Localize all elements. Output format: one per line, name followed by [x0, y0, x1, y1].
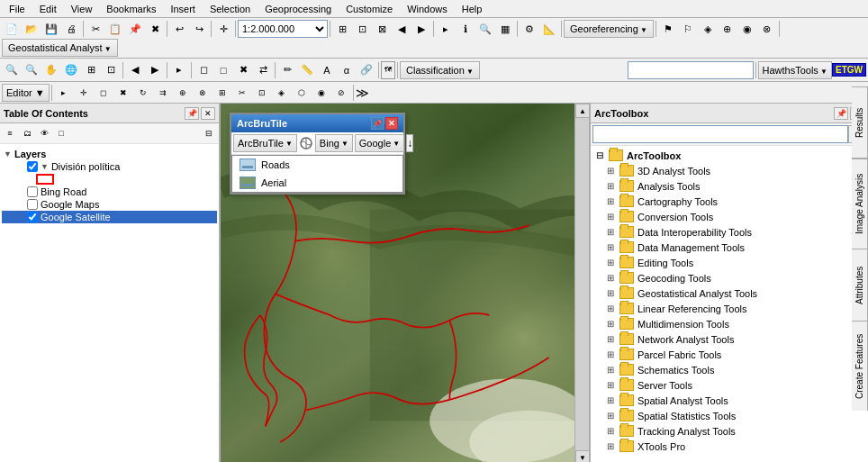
open-btn[interactable]: 📂 [22, 19, 41, 39]
toolD-btn[interactable]: ⊕ [718, 19, 737, 39]
cut-btn[interactable]: ✂ [86, 19, 105, 39]
map-area[interactable]: ArcBruTile 📌 ✕ ArcBruTile Bing Google ↓ [221, 104, 589, 462]
toc-item-google-satellite[interactable]: Google Satellite [2, 211, 217, 223]
select2-btn[interactable]: □ [213, 60, 233, 80]
edit-tool14[interactable]: ◉ [312, 83, 331, 103]
extent-btn[interactable]: ⊞ [81, 60, 101, 80]
menu-insert[interactable]: Insert [163, 2, 203, 16]
toc-group-layers-header[interactable]: ▼ Layers [2, 148, 217, 160]
menu-selection[interactable]: Selection [203, 2, 258, 16]
edit-tool15[interactable]: ⊘ [331, 83, 351, 103]
identify-btn[interactable]: ▸ [169, 60, 189, 80]
menu-geoprocessing[interactable]: Geoprocessing [258, 2, 339, 16]
at-item-interop[interactable]: ⊞ Data Interoperability Tools [592, 224, 866, 240]
at-item-datamgmt[interactable]: ⊞ Data Management Tools [592, 240, 866, 255]
redo-btn[interactable]: ↪ [189, 19, 209, 39]
scroll-right-btn[interactable]: ▶ [145, 60, 165, 80]
toc-item-division[interactable]: ▼ División política [2, 160, 217, 173]
move-btn[interactable]: ✛ [213, 19, 233, 39]
label-btn[interactable]: A [317, 60, 337, 80]
at-item-schematics[interactable]: ⊞ Schematics Tools [592, 362, 866, 377]
at-item-spatial-stats[interactable]: ⊞ Spatial Statistics Tools [592, 408, 866, 423]
edit-tool8[interactable]: ⊗ [193, 83, 212, 103]
at-pin-btn[interactable]: 📌 [834, 107, 848, 120]
aerial-menu-item[interactable]: Aerial [232, 174, 402, 192]
at-item-network[interactable]: ⊞ Network Analyst Tools [592, 331, 866, 347]
edit-tool11[interactable]: ⊡ [252, 83, 272, 103]
toc-item-google-maps[interactable]: Google Maps [2, 198, 217, 211]
menu-windows[interactable]: Windows [400, 2, 455, 16]
edit-tool7[interactable]: ⊕ [173, 83, 193, 103]
arcbrutile-close-btn[interactable]: ✕ [385, 117, 398, 130]
tab-attributes[interactable]: Attributes [852, 249, 868, 321]
at-search-input[interactable] [592, 125, 848, 143]
globe-btn[interactable]: 🌐 [61, 60, 81, 80]
google-satellite-checkbox[interactable] [27, 212, 38, 222]
at-item-linear[interactable]: ⊞ Linear Referencing Tools [592, 301, 866, 316]
measure-btn[interactable]: 📏 [297, 60, 317, 80]
arcbrutile-pin-btn[interactable]: 📌 [371, 117, 384, 130]
find-btn[interactable]: 🔍 [475, 19, 495, 39]
at-item-geostat[interactable]: ⊞ Geostatistical Analyst Tools [592, 285, 866, 301]
info-btn[interactable]: ℹ [456, 19, 475, 39]
bing-dropdown[interactable]: Bing [315, 134, 353, 152]
editor-dropdown-btn[interactable]: Editor ▼ [2, 84, 50, 102]
toc-select-view-btn[interactable]: □ [53, 125, 69, 141]
toolA-btn[interactable]: ⚑ [658, 19, 678, 39]
go-fwd-btn[interactable]: ▶ [411, 19, 431, 39]
clear-btn[interactable]: ✖ [233, 60, 253, 80]
roads-menu-item[interactable]: Roads [232, 156, 402, 174]
map-vscrollbar[interactable]: ▲ ▼ [574, 104, 589, 462]
edit-tool3[interactable]: ◻ [94, 83, 113, 103]
tool1-btn[interactable]: ⚙ [520, 19, 539, 39]
delete-btn[interactable]: ✖ [145, 19, 165, 39]
toolF-btn[interactable]: ⊗ [757, 19, 777, 39]
tool2-btn[interactable]: 📐 [539, 19, 559, 39]
zoom-out-btn[interactable]: 🔍 [22, 60, 41, 80]
edit-tool13[interactable]: ⬡ [292, 83, 312, 103]
classification-btn[interactable]: Classification [400, 61, 480, 79]
menu-bookmarks[interactable]: Bookmarks [99, 2, 163, 16]
anno-btn[interactable]: α [337, 60, 357, 80]
at-item-server[interactable]: ⊞ Server Tools [592, 377, 866, 393]
at-item-conversion[interactable]: ⊞ Conversion Tools [592, 209, 866, 224]
at-item-root[interactable]: ⊟ ArcToolbox [592, 148, 866, 163]
georeferencing-btn[interactable]: Georeferencing [564, 20, 654, 38]
menu-view[interactable]: View [64, 2, 100, 16]
google-maps-checkbox[interactable] [27, 199, 38, 210]
at-item-spatial-analyst[interactable]: ⊞ Spatial Analyst Tools [592, 393, 866, 408]
edit-tool9[interactable]: ⊞ [212, 83, 232, 103]
google-dropdown[interactable]: Google [355, 134, 404, 152]
undo-btn[interactable]: ↩ [169, 19, 189, 39]
bing-road-checkbox[interactable] [27, 186, 38, 197]
toc-list-view-btn[interactable]: ≡ [2, 125, 18, 141]
zoom-select-btn[interactable]: ⊠ [372, 19, 392, 39]
menu-edit[interactable]: Edit [32, 2, 64, 16]
save-btn[interactable]: 💾 [41, 19, 61, 39]
scale-select[interactable]: 1:2.000.000 [238, 20, 328, 38]
menu-file[interactable]: File [2, 2, 32, 16]
at-item-3d[interactable]: ⊞ 3D Analyst Tools [592, 163, 866, 178]
tab-create-features[interactable]: Create Features [852, 321, 868, 411]
edit-tool10[interactable]: ✂ [232, 83, 252, 103]
division-checkbox[interactable] [27, 161, 38, 172]
scroll-up-btn[interactable]: ▲ [575, 104, 589, 118]
go-back-btn[interactable]: ◀ [392, 19, 411, 39]
edit-tool6[interactable]: ⇉ [153, 83, 173, 103]
at-item-parcel[interactable]: ⊞ Parcel Fabric Tools [592, 347, 866, 362]
vscroll-track[interactable] [575, 118, 589, 450]
toc-close-btn[interactable]: ✕ [201, 107, 215, 120]
print-btn[interactable]: 🖨 [61, 19, 81, 39]
at-item-xtools[interactable]: ⊞ XTools Pro [592, 439, 866, 454]
at-item-analysis[interactable]: ⊞ Analysis Tools [592, 178, 866, 194]
toolE-btn[interactable]: ◉ [737, 19, 757, 39]
edit-tool1[interactable]: ▸ [54, 83, 74, 103]
edit-tool12[interactable]: ◈ [272, 83, 292, 103]
maptip-btn[interactable]: ◻ [194, 60, 213, 80]
edit-tool2[interactable]: ✛ [74, 83, 94, 103]
tab-results[interactable]: Results [852, 86, 868, 159]
search-input[interactable] [628, 61, 754, 79]
draw-btn[interactable]: ✏ [277, 60, 297, 80]
table-btn[interactable]: ▦ [495, 19, 515, 39]
at-item-geocoding[interactable]: ⊞ Geocoding Tools [592, 270, 866, 285]
